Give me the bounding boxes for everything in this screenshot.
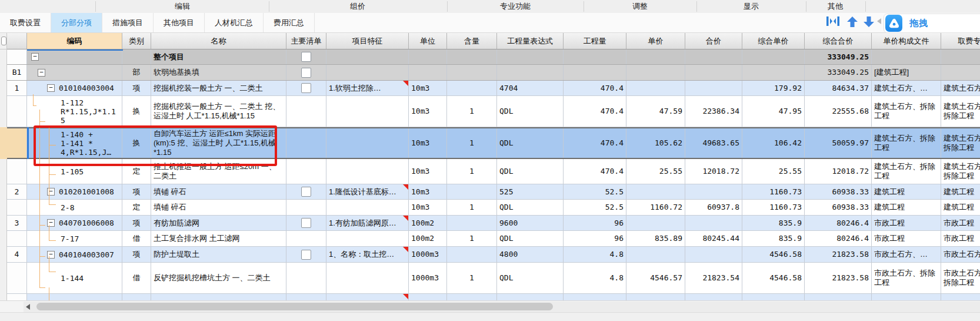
cell-check[interactable] — [286, 159, 326, 184]
cell-total[interactable] — [685, 184, 742, 199]
tab-措施项目[interactable]: 措施项目 — [102, 13, 154, 32]
cell-ratio[interactable]: 1 — [447, 200, 497, 215]
cell-price[interactable]: 105.62 — [626, 128, 685, 158]
cell-name[interactable]: 防护土堤取土 — [151, 247, 286, 262]
cell-cat[interactable]: 借 — [122, 231, 151, 246]
column-header-unit[interactable]: 单位 — [409, 33, 447, 49]
cell-feat[interactable] — [326, 65, 409, 80]
cell-ctotal[interactable]: 333049.25 — [805, 65, 872, 80]
cell-unit[interactable]: 10m3 — [409, 184, 447, 199]
cell-total[interactable] — [685, 65, 742, 80]
cell-expr[interactable]: QDL — [497, 96, 564, 127]
cell-file[interactable]: 市政土石方、拆除工程 — [872, 263, 941, 293]
cell-cprice[interactable]: 835.9 — [742, 231, 805, 246]
table-row[interactable]: B1−部软弱地基换填333049.25[建筑工程] — [7, 65, 980, 81]
cell-fee[interactable]: 建筑土石方、 拆除工程 — [941, 159, 980, 184]
cell-unit[interactable]: 1000m3 — [409, 247, 447, 262]
tab-分部分项[interactable]: 分部分项 — [51, 13, 102, 32]
cell-cprice[interactable]: 1160.73 — [742, 200, 805, 215]
cell-fee[interactable]: 建筑土石方、… — [941, 81, 980, 95]
cell-fee[interactable]: 建筑土石方、 拆除工程 — [941, 128, 980, 158]
cell-ctotal[interactable]: 84634.37 — [805, 81, 872, 95]
netdisk-drag-button[interactable]: 拖拽 — [884, 14, 980, 33]
cell-cprice[interactable]: 1160.73 — [742, 184, 805, 199]
cell-ratio[interactable] — [447, 49, 497, 64]
column-header-ctotal[interactable]: 综合合价 — [805, 33, 872, 49]
cell-code[interactable]: − — [27, 65, 122, 80]
cell-check[interactable] — [286, 128, 326, 158]
cell-fee[interactable]: 市政工程 — [941, 231, 980, 246]
table-row[interactable]: 4−040104003007项防护土堤取土1、名称：取土挖…1000m34800… — [7, 247, 980, 263]
cell-cat[interactable] — [122, 294, 151, 300]
cell-ctotal[interactable]: 80246.4 — [805, 216, 872, 230]
cell-ratio[interactable]: 1 — [447, 231, 497, 246]
cell-code[interactable]: −010104003004 — [27, 81, 122, 95]
cell-ctotal[interactable]: 12018.72 — [805, 159, 872, 184]
cell-fee[interactable]: 建筑工程 — [941, 200, 980, 215]
ribbon-menu-2[interactable]: 组价 — [350, 1, 365, 12]
fit-columns-icon[interactable] — [826, 16, 840, 27]
cell-file[interactable]: 建筑土石方、拆除工程 — [872, 96, 941, 127]
cell-check[interactable] — [286, 81, 326, 95]
cell-expr[interactable]: QDL — [497, 263, 564, 293]
cell-expr[interactable] — [497, 65, 564, 80]
cell-fee[interactable]: 市政土石方、… — [941, 247, 980, 262]
table-row[interactable]: 1-112 R*1.15,J*1.1 5换挖掘机挖装一般土方 一、二类土 挖、运… — [7, 96, 980, 127]
cell-qty[interactable]: 52.5 — [564, 200, 626, 215]
cell-ctotal[interactable]: 80246.4 — [805, 231, 872, 246]
cell-seq[interactable] — [7, 159, 27, 184]
cell-file[interactable]: 建筑土石方、拆除工程 — [872, 128, 941, 158]
cell-code[interactable] — [27, 294, 122, 300]
collapse-toggle-icon[interactable]: − — [38, 69, 45, 77]
cell-file[interactable]: 市政工程 — [872, 231, 941, 246]
cell-cprice[interactable] — [742, 49, 805, 64]
cell-name[interactable]: 填铺 碎石 — [151, 200, 286, 215]
move-down-icon[interactable] — [862, 16, 875, 28]
cell-file[interactable]: 市政土石方、… — [872, 247, 941, 262]
cell-seq[interactable] — [7, 294, 27, 300]
cell-expr[interactable]: 9600 — [497, 216, 564, 230]
cell-price[interactable] — [626, 65, 685, 80]
cell-file[interactable] — [872, 294, 941, 300]
table-row[interactable]: 2−010201001008项填铺 碎石1.隆低设计基底标…10m352552.… — [7, 184, 980, 200]
column-header-feat[interactable]: 项目特征 — [326, 33, 409, 49]
collapse-panel-icon[interactable] — [877, 18, 882, 24]
cell-expr[interactable]: QDL — [497, 200, 564, 215]
cell-feat[interactable] — [326, 200, 409, 215]
cell-total[interactable]: 49683.65 — [685, 128, 742, 158]
move-up-icon[interactable] — [846, 16, 859, 28]
collapse-toggle-icon[interactable]: − — [47, 84, 55, 92]
cell-fee[interactable]: 建筑工程 — [941, 184, 980, 199]
cell-ctotal[interactable]: 21823.58 — [805, 263, 872, 293]
cell-check[interactable] — [286, 96, 326, 127]
cell-ctotal[interactable]: 22555.68 — [805, 96, 872, 127]
column-header-price[interactable]: 单价 — [626, 33, 685, 49]
cell-ctotal[interactable]: 21823.58 — [805, 247, 872, 262]
cell-check[interactable] — [286, 216, 326, 230]
cell-check[interactable] — [286, 231, 326, 246]
cell-code[interactable]: 7-17 — [27, 231, 122, 246]
cell-ctotal[interactable]: 60938.33 — [805, 184, 872, 199]
cell-check[interactable] — [286, 294, 326, 300]
cell-price[interactable]: 4546.57 — [626, 263, 685, 293]
cell-cprice[interactable]: 179.92 — [742, 81, 805, 95]
cell-check[interactable] — [286, 247, 326, 262]
cell-feat[interactable] — [326, 263, 409, 293]
cell-ratio[interactable]: 1 — [447, 159, 497, 184]
cell-fee[interactable] — [941, 294, 980, 300]
column-header-ratio[interactable]: 含量 — [447, 33, 497, 49]
main-list-checkbox[interactable] — [301, 83, 311, 93]
cell-feat[interactable] — [326, 159, 409, 184]
cell-cat[interactable]: 项 — [122, 81, 151, 95]
cell-unit[interactable]: 100m2 — [409, 231, 447, 246]
cell-cat[interactable]: 项 — [122, 216, 151, 230]
cell-total[interactable] — [685, 216, 742, 230]
cell-fee[interactable] — [941, 65, 980, 80]
cell-total[interactable] — [685, 294, 742, 300]
cell-expr[interactable] — [497, 49, 564, 64]
cell-name[interactable]: 反铲挖掘机挖槽坑土方 一、二类土 — [151, 263, 286, 293]
cell-code[interactable]: −040701006008 — [27, 216, 122, 230]
cell-total[interactable]: 21823.54 — [685, 263, 742, 293]
cell-unit[interactable]: 100m2 — [409, 216, 447, 230]
ribbon-menu-5[interactable]: 显示 — [744, 1, 759, 12]
